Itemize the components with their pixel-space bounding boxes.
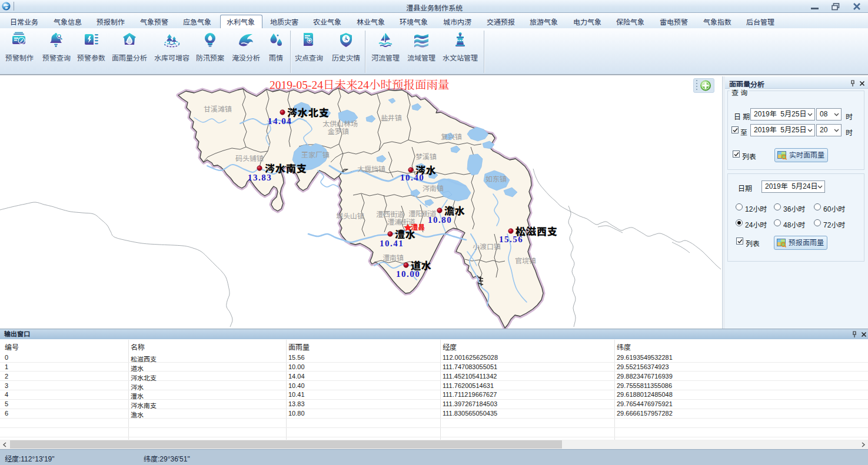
svg-text:10.40: 10.40 [400, 173, 424, 182]
svg-text:城头山镇: 城头山镇 [336, 210, 364, 220]
svg-text:盐井镇: 盐井镇 [381, 112, 402, 122]
svg-text:王家厂镇: 王家厂镇 [301, 149, 330, 159]
svg-text:涔水北支: 涔水北支 [287, 105, 330, 119]
svg-text:10.00: 10.00 [396, 269, 420, 279]
svg-text:10.41: 10.41 [380, 239, 404, 248]
svg-text:官垸镇: 官垸镇 [515, 255, 536, 265]
svg-text:梦溪镇: 梦溪镇 [415, 151, 437, 161]
svg-text:3: 3 [344, 38, 346, 41]
svg-text:小渡口镇: 小渡口镇 [473, 241, 501, 251]
svg-text:甘溪滩镇: 甘溪滩镇 [204, 103, 232, 113]
svg-text:复兴镇: 复兴镇 [441, 131, 462, 141]
svg-text:13.83: 13.83 [248, 173, 272, 182]
svg-text:金罗镇: 金罗镇 [328, 126, 349, 136]
svg-text:澧南镇: 澧南镇 [383, 252, 404, 262]
svg-text:涔南镇: 涔南镇 [423, 183, 444, 193]
svg-text:如东镇: 如东镇 [485, 173, 507, 183]
svg-text:14.04: 14.04 [268, 116, 292, 126]
svg-text:15.56: 15.56 [499, 235, 523, 244]
svg-text:码头铺镇: 码头铺镇 [235, 153, 264, 163]
svg-text:大堰垱镇: 大堰垱镇 [357, 163, 385, 173]
svg-text:10.80: 10.80 [428, 215, 452, 225]
